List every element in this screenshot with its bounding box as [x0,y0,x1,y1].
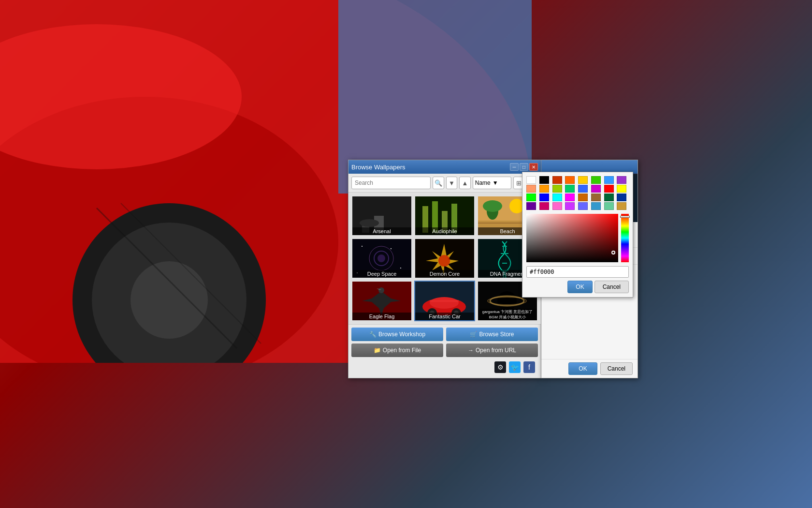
wallpaper-item-deepspace[interactable]: Deep Space [351,238,412,279]
open-buttons-row: 📁 Open from File → Open from URL [351,344,538,357]
swatch-magenta[interactable] [591,185,601,193]
swatch-yellow[interactable] [578,176,588,184]
wallpaper-label-fantasticcar: Fantastic Car [415,313,474,320]
sort-dropdown[interactable]: Name ▼ [473,177,511,189]
twitter-icon[interactable]: 🐦 [509,361,521,373]
dialog-buttons: OK Cancel [541,359,638,378]
hex-color-input[interactable] [526,266,629,278]
swatch-seafoam[interactable] [604,202,614,210]
window-title: Browse Wallpapers [351,164,406,171]
store-icon: 🛒 [470,331,477,338]
swatch-brightyellow[interactable] [617,185,626,193]
swatch-lightorange[interactable] [526,185,536,193]
wallpaper-item-fantasticcar[interactable]: Fantastic Car [414,281,475,321]
swatch-gold[interactable] [617,202,626,210]
wallpaper-label-deepspace: Deep Space [352,270,411,278]
swatch-red[interactable] [604,185,614,193]
svg-rect-49 [430,300,459,302]
workshop-icon: 🔧 [369,331,377,338]
color-gradient-overlay [526,214,618,262]
social-icons-row: ⚙ 🐦 f [351,359,538,375]
swatch-green[interactable] [591,176,601,184]
swatch-white[interactable] [526,176,536,184]
browse-store-button[interactable]: 🛒 Browse Store [446,328,538,341]
swatch-violet[interactable] [565,202,575,210]
swatch-brightgreen[interactable] [526,194,536,201]
wallpaper-item-demoncore[interactable]: Demon Core [414,238,475,279]
svg-point-34 [438,255,450,267]
window-titlebar: Browse Wallpapers ─ □ ✕ [348,160,541,174]
color-picker-cancel-button[interactable]: Cancel [594,281,629,293]
color-picker-cursor [611,251,615,254]
close-button[interactable]: ✕ [529,163,538,171]
swatch-darkpurple[interactable] [526,202,536,210]
sort-order-button[interactable]: ▲ [459,177,471,189]
swatch-blue[interactable] [604,176,614,184]
maximize-button[interactable]: □ [520,163,528,171]
swatch-cyan[interactable] [552,194,562,201]
swatch-tan[interactable] [591,194,601,201]
picker-btn-row: OK Cancel [526,281,629,293]
spectrum-cursor [620,216,630,218]
wallpaper-item-audiophile[interactable]: Audiophile [414,195,475,236]
browse-store-label: Browse Store [479,331,514,338]
color-picker-area [526,214,629,262]
svg-point-30 [400,268,401,269]
swatch-amber[interactable] [539,185,549,193]
properties-cancel-button[interactable]: Cancel [600,362,633,375]
swatch-orange[interactable] [565,176,575,184]
swatch-darkblue[interactable] [617,194,626,201]
window-bottom-bar: 🔧 Browse Workshop 🛒 Browse Store 📁 Open … [348,324,541,378]
facebook-icon[interactable]: f [523,361,535,373]
color-gradient-picker[interactable] [526,214,618,262]
swatch-darkred[interactable] [552,176,562,184]
swatch-crimson[interactable] [539,202,549,210]
search-button[interactable]: 🔍 [433,177,444,189]
wallpaper-label-audiophile: Audiophile [415,227,474,235]
svg-point-41 [378,287,384,293]
svg-point-28 [362,246,362,247]
swatch-purple[interactable] [617,176,626,184]
svg-point-44 [430,297,459,309]
color-picker-ok-button[interactable]: OK [567,281,592,293]
swatch-brightmagenta[interactable] [565,194,575,201]
hex-input-row [526,266,629,278]
wallpaper-label-eagleflag: Eagle Flag [352,313,411,320]
swatch-black[interactable] [539,176,549,184]
browse-workshop-label: Browse Workshop [378,331,425,338]
filter-button[interactable]: ▼ [446,177,458,189]
wallpaper-item-eagleflag[interactable]: Eagle Flag [351,281,412,321]
swatch-brown[interactable] [578,194,588,201]
swatch-royalblue[interactable] [578,185,588,193]
browse-workshop-button[interactable]: 🔧 Browse Workshop [351,328,443,341]
url-icon: → [468,347,474,354]
svg-point-29 [391,248,392,249]
open-from-file-button[interactable]: 📁 Open from File [351,344,443,357]
swatch-periwinkle[interactable] [578,202,588,210]
svg-point-12 [360,219,379,227]
swatch-steel[interactable] [591,202,601,210]
svg-point-51 [497,291,517,311]
search-input[interactable] [351,177,431,189]
color-swatches-grid [526,176,629,210]
wallpaper-label-arsenal: Arsenal [352,227,411,235]
steam-icon[interactable]: ⚙ [494,361,506,373]
color-spectrum-bar[interactable] [621,214,629,262]
swatch-darkgreen[interactable] [604,194,614,201]
swatch-lime[interactable] [552,185,562,193]
search-toolbar: 🔍 ▼ ▲ Name ▼ ⊞ ⚙ [348,174,541,193]
swatch-brightblue[interactable] [539,194,549,201]
browse-buttons-row: 🔧 Browse Workshop 🛒 Browse Store [351,328,538,341]
swatch-emerald[interactable] [565,185,575,193]
minimize-button[interactable]: ─ [510,163,519,171]
titlebar-controls: ─ □ ✕ [510,163,538,171]
svg-point-4 [130,261,208,339]
open-from-url-button[interactable]: → Open from URL [446,344,538,357]
properties-ok-button[interactable]: OK [568,362,597,375]
wallpaper-item-arsenal[interactable]: Arsenal [351,195,412,236]
wallpaper-grid-wrapper: Arsenal Audiophile [348,193,541,324]
swatch-pink[interactable] [552,202,562,210]
open-from-url-label: Open from URL [476,347,516,354]
open-from-file-label: Open from File [383,347,421,354]
wallpaper-label-gargantua: gargantua 卞河图 意思也加了BGM 并减小视频大小 [478,309,537,320]
